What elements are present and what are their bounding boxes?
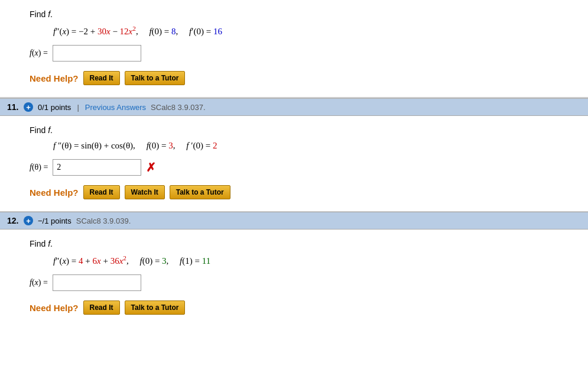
- read-it-button-top[interactable]: Read It: [83, 71, 120, 85]
- answer-input-11[interactable]: [53, 159, 141, 176]
- expand-icon-11[interactable]: +: [24, 102, 33, 112]
- wrong-icon-11: ✗: [146, 160, 156, 175]
- problem-11-header: 11. + 0/1 points | Previous Answers SCal…: [0, 98, 588, 116]
- separator-11: |: [77, 103, 79, 112]
- need-help-label-top: Need Help?: [30, 73, 79, 83]
- equation-top: f″(x) = −2 + 30x − 12x2, f(0) = 8, f′(0)…: [30, 25, 576, 37]
- answer-row-12: f(x) =: [30, 274, 576, 291]
- equation-11: f ″(θ) = sin(θ) + cos(θ), f(0) = 3, f ′(…: [30, 141, 576, 151]
- need-help-label-12: Need Help?: [30, 303, 79, 313]
- answer-row-11: f(θ) = ✗: [30, 159, 576, 176]
- problem-11-number: 11.: [7, 102, 19, 112]
- find-f-label-12: Find f.: [30, 239, 576, 248]
- problem-12-points: −/1 points: [38, 216, 72, 225]
- answer-input-top[interactable]: [53, 45, 141, 62]
- answer-label-top: f(x) =: [30, 49, 48, 58]
- answer-input-12[interactable]: [53, 274, 141, 291]
- problem-11-body: Find f. f ″(θ) = sin(θ) + cos(θ), f(0) =…: [0, 116, 588, 211]
- need-help-11: Need Help? Read It Watch It Talk to a Tu…: [30, 185, 576, 199]
- expand-icon-12[interactable]: +: [24, 216, 33, 225]
- find-f-label-top: Find f.: [30, 9, 576, 19]
- prev-answers-link-11[interactable]: Previous Answers: [85, 103, 146, 112]
- problem-12-source: SCalc8 3.9.039.: [76, 216, 131, 225]
- need-help-12: Need Help? Read It Talk to a Tutor: [30, 300, 576, 315]
- problem-12-number: 12.: [7, 216, 19, 225]
- top-problem-section: Find f. f″(x) = −2 + 30x − 12x2, f(0) = …: [0, 0, 588, 98]
- equation-12: f″(x) = 4 + 6x + 36x2, f(0) = 3, f(1) = …: [30, 254, 576, 266]
- need-help-label-11: Need Help?: [30, 188, 79, 198]
- problem-11-source: SCalc8 3.9.037.: [151, 103, 206, 112]
- problem-11-container: 11. + 0/1 points | Previous Answers SCal…: [0, 98, 588, 211]
- watch-it-button-11[interactable]: Watch It: [125, 185, 165, 199]
- talk-tutor-button-top[interactable]: Talk to a Tutor: [125, 71, 186, 85]
- problem-12-container: 12. + −/1 points SCalc8 3.9.039. Find f.…: [0, 211, 588, 327]
- problem-12-header: 12. + −/1 points SCalc8 3.9.039.: [0, 212, 588, 230]
- answer-row-top: f(x) =: [30, 45, 576, 62]
- answer-label-12: f(x) =: [30, 278, 48, 287]
- need-help-top: Need Help? Read It Talk to a Tutor: [30, 71, 576, 85]
- read-it-button-11[interactable]: Read It: [83, 185, 120, 199]
- talk-tutor-button-12[interactable]: Talk to a Tutor: [125, 300, 186, 315]
- answer-label-11: f(θ) =: [30, 163, 48, 172]
- find-f-label-11: Find f.: [30, 125, 576, 135]
- talk-tutor-button-11[interactable]: Talk to a Tutor: [170, 185, 230, 199]
- problem-11-points: 0/1 points: [38, 103, 71, 112]
- problem-12-body: Find f. f″(x) = 4 + 6x + 36x2, f(0) = 3,…: [0, 230, 588, 327]
- read-it-button-12[interactable]: Read It: [83, 300, 120, 315]
